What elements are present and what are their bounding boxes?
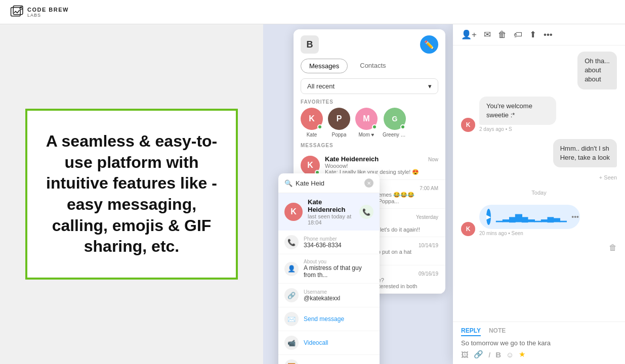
- person-icon: 👤: [284, 262, 299, 276]
- search-result-name: Kate Heidenreich: [308, 198, 354, 213]
- tab-reply[interactable]: REPLY: [461, 327, 481, 336]
- bubble-right: Oh tha...aboutabout: [577, 52, 617, 89]
- logo-icon: [10, 5, 24, 19]
- reply-input[interactable]: So tomorrow we go to the kara: [461, 339, 617, 347]
- fav-name-greeny: Greeny Green: [383, 132, 407, 138]
- fav-avatar-greeny: G: [384, 108, 406, 130]
- chat-messages: Oh tha...aboutabout K You're welcome swe…: [453, 46, 625, 322]
- edit-button[interactable]: ✏️: [420, 35, 438, 54]
- mp-tabs: Messages Contacts: [301, 59, 438, 73]
- search-result-info: Kate Heidenreich last seen today at 18:0…: [308, 198, 354, 225]
- chat-bubble-right-1: Oh tha...aboutabout: [461, 52, 617, 89]
- link-icon: 🔗: [284, 288, 299, 302]
- favorites-label: FAVORITES: [294, 99, 445, 108]
- voice-sender-avatar: K: [461, 222, 475, 236]
- fav-name-poppa: Poppa: [332, 132, 347, 138]
- favorites-list: K Kate P Poppa M: [294, 108, 445, 143]
- search-result-sub: last seen today at 18:04: [308, 213, 354, 225]
- shared-media-row[interactable]: 🖼️ Shared media ›: [278, 355, 380, 364]
- left-panel: A seamless & easy-to-use platform with i…: [0, 24, 263, 364]
- more-icon[interactable]: •••: [544, 30, 553, 40]
- videocall-item[interactable]: 📹 Videocall: [278, 331, 380, 355]
- chat-panel: 👤+ ✉ 🗑 🏷 ⬆ ••• Oh tha...aboutabout K: [453, 24, 625, 364]
- search-result[interactable]: K Kate Heidenreich last seen today at 18…: [278, 193, 380, 231]
- voice-waveform: ▁▂▄▆▄▂▁▂▄▃▁: [496, 211, 566, 222]
- msg-content-kate: Kate Heidenreich Now Woooow! Kate: I rea…: [325, 155, 438, 175]
- logo-text: CODE BREW LABS: [27, 7, 69, 18]
- mp-header: B ✏️ Messages Contacts All recent ▾: [294, 29, 445, 94]
- app-b-icon: B: [301, 35, 319, 54]
- reply-toolbar: 🖼 🔗 I B ☺ ★: [461, 350, 617, 359]
- shared-media-icon: 🖼️: [284, 359, 299, 364]
- send-message-button[interactable]: Send message: [304, 315, 344, 323]
- fav-poppa[interactable]: P Poppa: [328, 108, 350, 138]
- online-indicator: [400, 124, 405, 129]
- today-label: Today: [461, 190, 617, 196]
- search-top: 🔍 Kate Heid ✕: [278, 173, 380, 193]
- fav-name-kate: Kate: [307, 132, 317, 138]
- share-icon[interactable]: ⬆: [529, 29, 536, 40]
- search-input[interactable]: Kate Heid: [296, 179, 361, 187]
- fav-name-mom: Mom ♥: [359, 132, 374, 138]
- tab-messages[interactable]: Messages: [301, 59, 348, 73]
- logo: CODE BREW LABS: [10, 5, 69, 19]
- italic-icon[interactable]: I: [488, 350, 490, 359]
- voice-message-wrapper: K ▶ ▁▂▄▆▄▂▁▂▄▃▁ ••• 20 mins ago • Seen: [461, 205, 617, 236]
- tab-note[interactable]: NOTE: [489, 327, 506, 336]
- delete-message-area: 🗑: [609, 243, 617, 252]
- search-close-button[interactable]: ✕: [364, 178, 373, 188]
- chat-toolbar: 👤+ ✉ 🗑 🏷 ⬆ •••: [453, 24, 625, 46]
- emoji-icon[interactable]: ☺: [506, 350, 514, 359]
- msg-avatar-kate: K: [301, 156, 320, 175]
- search-detail-about: 👤 About you A mistress of that guy from …: [278, 254, 380, 284]
- add-person-icon[interactable]: 👤+: [461, 29, 477, 40]
- messages-label: MESSAGES: [294, 143, 445, 151]
- reply-tabs: REPLY NOTE: [461, 327, 617, 336]
- message-icon: ✉️: [284, 312, 299, 326]
- main-content: A seamless & easy-to-use platform with i…: [0, 24, 625, 364]
- send-message-item[interactable]: ✉️ Send message: [278, 307, 380, 331]
- delete-icon[interactable]: 🗑: [609, 243, 617, 252]
- online-indicator: [317, 124, 322, 129]
- play-button[interactable]: ▶: [486, 209, 491, 225]
- videocall-button[interactable]: Videocall: [304, 339, 328, 346]
- voice-bubble: ▶ ▁▂▄▆▄▂▁▂▄▃▁ •••: [479, 205, 580, 229]
- reply-input-row: So tomorrow we go to the kara: [461, 339, 617, 347]
- right-panel: B ✏️ Messages Contacts All recent ▾ FAVO…: [263, 24, 625, 364]
- sender-avatar: K: [461, 118, 475, 132]
- fav-avatar-mom: M: [355, 108, 378, 130]
- call-button[interactable]: 📞: [359, 205, 373, 219]
- voice-more-icon[interactable]: •••: [571, 213, 579, 221]
- bold-icon[interactable]: B: [495, 350, 501, 359]
- search-detail-username: 🔗 Username @katekatexxl: [278, 284, 380, 307]
- image-icon[interactable]: 🖼: [461, 350, 469, 359]
- tag-icon[interactable]: 🏷: [514, 30, 522, 40]
- search-popup: 🔍 Kate Heid ✕ K Kate Heidenreich last se…: [278, 173, 380, 364]
- bubble-right-2: Hmm.. didn't I shHere, take a look: [553, 139, 617, 167]
- filter-dropdown[interactable]: All recent ▾: [301, 78, 438, 94]
- fav-kate[interactable]: K Kate: [301, 108, 323, 138]
- star-icon[interactable]: ★: [519, 350, 525, 359]
- chat-reply-area: REPLY NOTE So tomorrow we go to the kara…: [453, 322, 625, 364]
- trash-icon[interactable]: 🗑: [498, 30, 507, 40]
- feature-text: A seamless & easy-to-use platform with i…: [43, 131, 221, 257]
- fav-avatar-poppa: P: [328, 108, 350, 130]
- header: CODE BREW LABS: [0, 0, 625, 24]
- fav-greeny[interactable]: G Greeny Green: [383, 108, 407, 138]
- feature-box: A seamless & easy-to-use platform with i…: [25, 109, 238, 280]
- bubble-left: You're welcome sweetie :*: [479, 97, 556, 125]
- mp-icon-row: B ✏️: [301, 35, 438, 54]
- videocall-icon: 📹: [284, 336, 299, 350]
- chat-bubble-right-2: Hmm.. didn't I shHere, take a look: [461, 139, 617, 167]
- search-icon: 🔍: [284, 179, 293, 187]
- email-icon[interactable]: ✉: [484, 29, 491, 40]
- tab-contacts[interactable]: Contacts: [352, 59, 394, 73]
- fav-mom[interactable]: M Mom ♥: [355, 108, 378, 138]
- online-indicator: [372, 124, 377, 129]
- phone-icon: 📞: [284, 235, 299, 249]
- search-detail-phone: 📞 Phone number 334-636-8334: [278, 231, 380, 254]
- seen-label: + Seen: [599, 174, 617, 180]
- search-result-avatar: K: [284, 203, 303, 221]
- fav-avatar-kate: K: [301, 108, 323, 130]
- link-icon[interactable]: 🔗: [474, 350, 483, 359]
